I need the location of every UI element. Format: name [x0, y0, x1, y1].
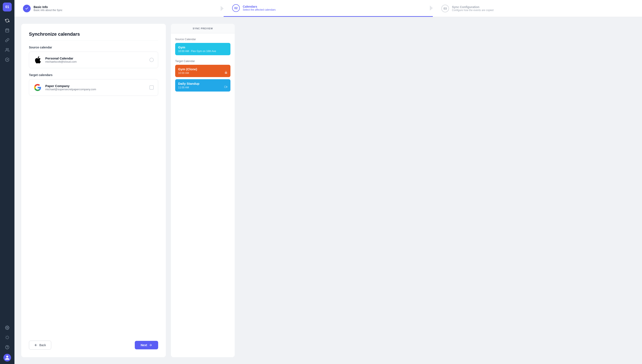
step-1-subtitle: Basic info about the Sync	[34, 9, 62, 12]
source-section: Source calendar Personal Calendar michae…	[29, 46, 158, 68]
step-2: 02 Calendars Select the affected calenda…	[224, 0, 433, 17]
source-calendar-info: Personal Calendar michaelscott@icloud.co…	[45, 56, 146, 63]
source-calendar-radio[interactable]	[149, 58, 154, 62]
gym-event-title: Gym	[178, 46, 227, 49]
svg-point-5	[7, 327, 8, 328]
target-section: Target calendars Paper Company	[29, 73, 158, 96]
step-3-title: Sync Configuration	[452, 5, 493, 9]
sidebar-item-calendar[interactable]	[3, 26, 12, 34]
svg-line-13	[8, 336, 9, 336]
svg-rect-18	[225, 72, 227, 74]
sidebar-item-ideas[interactable]	[3, 333, 12, 342]
step-1-title: Basic Info	[34, 5, 62, 9]
content-area: Synchronize calendars Source calendar Pe…	[15, 17, 642, 364]
step-1-text: Basic Info Basic info about the Sync	[34, 5, 62, 12]
source-calendar-email: michaelscott@icloud.com	[45, 60, 146, 63]
target-calendar-item[interactable]: Paper Company michael@supersecretpaperco…	[29, 79, 158, 96]
target-calendar-info: Paper Company michael@supersecretpaperco…	[45, 84, 146, 91]
main-content: Basic Info Basic info about the Sync 02 …	[15, 0, 642, 364]
preview-event-gym: Gym 10:00 AM · Flex Gym on 16th Ave	[175, 43, 230, 55]
step-3-text: Sync Configuration Configure how the eve…	[452, 5, 493, 12]
step-1-circle	[23, 5, 31, 12]
preview-header: SYNC PREVIEW	[171, 24, 235, 33]
step-3-subtitle: Configure how the events are copied	[452, 9, 493, 12]
gym-clone-time: 10:00 AM	[178, 72, 197, 74]
svg-line-12	[6, 338, 6, 339]
svg-marker-19	[226, 86, 227, 88]
svg-rect-0	[6, 29, 9, 32]
avatar[interactable]	[4, 354, 11, 362]
lock-icon	[224, 71, 227, 74]
step-2-subtitle: Select the affected calendars	[243, 8, 276, 11]
svg-line-8	[6, 336, 6, 336]
sidebar-item-users[interactable]	[3, 46, 12, 54]
preview-event-gym-clone: Gym (Clone) 10:00 AM	[175, 65, 230, 77]
preview-source-label: Source Calendar	[175, 38, 230, 41]
preview-source-section: Source Calendar Gym 10:00 AM · Flex Gym …	[175, 38, 230, 55]
next-button[interactable]: Next	[135, 341, 158, 349]
preview-panel: SYNC PREVIEW Source Calendar Gym 10:00 A…	[171, 24, 235, 357]
stepper-header: Basic Info Basic info about the Sync 02 …	[15, 0, 642, 17]
step-2-circle: 02	[232, 4, 240, 12]
standup-time: 11:00 AM	[178, 86, 199, 89]
step-3: 03 Sync Configuration Configure how the …	[433, 0, 642, 17]
target-calendar-checkbox[interactable]	[149, 85, 154, 90]
sidebar-item-check[interactable]	[3, 56, 12, 64]
video-icon	[224, 85, 227, 89]
sidebar: 01	[0, 0, 15, 364]
target-calendar-email: michael@supersecretpapercompany.com	[45, 88, 146, 91]
target-label: Target calendars	[29, 73, 158, 77]
source-calendar-item[interactable]: Personal Calendar michaelscott@icloud.co…	[29, 52, 158, 68]
main-card: Synchronize calendars Source calendar Pe…	[21, 24, 166, 357]
sidebar-item-sync[interactable]	[3, 16, 12, 25]
apple-logo-icon	[33, 56, 42, 64]
footer-actions: Back Next	[29, 336, 158, 350]
step-3-circle: 03	[441, 5, 449, 12]
sidebar-item-settings[interactable]	[3, 324, 12, 332]
next-arrow-icon	[149, 344, 152, 347]
source-label: Source calendar	[29, 46, 158, 49]
sidebar-item-links[interactable]	[3, 36, 12, 44]
sidebar-item-help[interactable]	[3, 343, 12, 352]
step-2-text: Calendars Select the affected calendars	[243, 5, 276, 11]
svg-rect-20	[224, 86, 226, 88]
svg-point-4	[6, 48, 8, 50]
preview-target-section: Target Calendar Gym (Clone) 10:00 AM	[175, 60, 230, 92]
back-button[interactable]: Back	[29, 341, 51, 350]
google-logo-icon	[33, 83, 42, 92]
app-logo[interactable]: 01	[3, 2, 12, 12]
card-title: Synchronize calendars	[29, 32, 158, 40]
step-1: Basic Info Basic info about the Sync	[15, 0, 224, 17]
back-arrow-icon	[34, 344, 38, 347]
svg-line-9	[8, 338, 9, 339]
preview-target-label: Target Calendar	[175, 60, 230, 63]
gym-clone-title: Gym (Clone)	[178, 67, 197, 71]
preview-event-standup: Daily Standup 11:00 AM	[175, 79, 230, 92]
preview-body: Source Calendar Gym 10:00 AM · Flex Gym …	[171, 33, 235, 96]
source-calendar-name: Personal Calendar	[45, 56, 146, 60]
standup-title: Daily Standup	[178, 82, 199, 85]
gym-event-time: 10:00 AM · Flex Gym on 16th Ave	[178, 50, 227, 53]
target-calendar-name: Paper Company	[45, 84, 146, 88]
step-2-title: Calendars	[243, 5, 276, 8]
